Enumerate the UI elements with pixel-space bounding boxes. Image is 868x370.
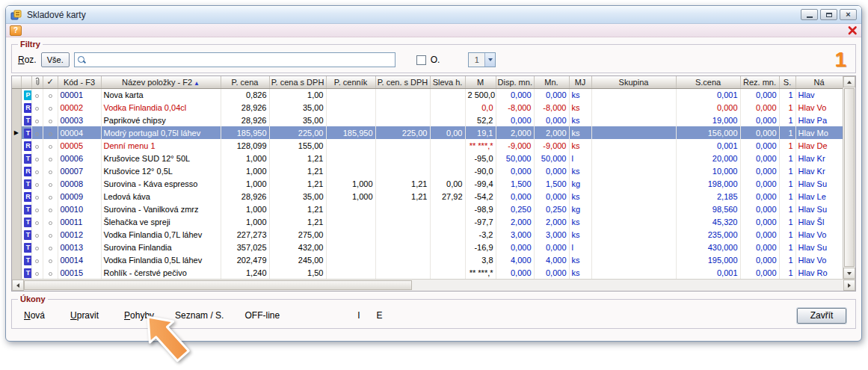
cell-letter[interactable]: T — [21, 203, 31, 215]
cell-letter[interactable]: R — [21, 101, 31, 114]
cell-clip[interactable] — [31, 215, 43, 228]
cell-s[interactable]: 1 — [779, 164, 795, 177]
cell-s[interactable]: 1 — [779, 114, 795, 126]
cell-rez[interactable]: 0,000 — [740, 139, 779, 152]
cell-pcena[interactable]: 202,479 — [221, 253, 269, 266]
cell-sleva[interactable] — [430, 114, 465, 126]
cell-pdph[interactable]: 245,00 — [269, 253, 326, 266]
column-header-na[interactable]: Ná — [795, 76, 843, 88]
cell-pcennik[interactable] — [326, 164, 375, 177]
table-row[interactable]: T00006Krušovice SUD 12° 50L1,0001,21-95,… — [12, 152, 843, 164]
column-header-rez[interactable]: Řez. mn. — [740, 76, 779, 88]
cell-pcdph[interactable] — [375, 203, 430, 215]
cell-pdph[interactable]: 225,00 — [269, 126, 326, 139]
cell-sel[interactable] — [12, 215, 21, 228]
cell-pdph[interactable]: 1,21 — [269, 177, 326, 190]
table-row[interactable]: ▶T00004Modrý portugal 0,75l láhev185,950… — [12, 126, 843, 139]
cell-s[interactable]: 1 — [779, 152, 795, 164]
cell-pcena[interactable]: 1,000 — [221, 203, 269, 215]
cell-sleva[interactable] — [430, 101, 465, 114]
cell-s[interactable]: 1 — [779, 101, 795, 114]
cell-skupina[interactable] — [591, 164, 676, 177]
cell-na[interactable]: Hlav Vo — [795, 253, 843, 266]
column-header-mj[interactable]: MJ — [569, 76, 591, 88]
cell-clip[interactable] — [31, 190, 43, 203]
table-row[interactable]: T00011Šlehačka ve spreji1,0001,21-97,72,… — [12, 215, 843, 228]
cell-mn[interactable]: 0,000 — [534, 266, 569, 279]
cell-rez[interactable]: 0,000 — [740, 228, 779, 241]
table-row[interactable]: T00010Surovina - Vanilková zmrz1,0001,21… — [12, 203, 843, 215]
search-box[interactable] — [74, 52, 395, 67]
cell-pdph[interactable]: 275,00 — [269, 228, 326, 241]
cell-pcena[interactable]: 28,926 — [221, 101, 269, 114]
new-button[interactable]: Nová — [21, 309, 48, 322]
cell-pcennik[interactable] — [326, 152, 375, 164]
cell-s[interactable]: 1 — [779, 215, 795, 228]
cell-kod[interactable]: 00008 — [58, 177, 101, 190]
cell-sleva[interactable] — [430, 88, 465, 101]
cell-pcdph[interactable] — [375, 266, 430, 279]
cell-sleva[interactable] — [430, 139, 465, 152]
cell-mj[interactable]: ks — [569, 164, 591, 177]
horizontal-scroll-thumb[interactable] — [24, 280, 412, 290]
cell-pdph[interactable]: 1,21 — [269, 215, 326, 228]
cell-sel[interactable] — [12, 203, 21, 215]
cell-pcdph[interactable] — [375, 152, 430, 164]
horizontal-scrollbar[interactable] — [12, 279, 855, 291]
cell-nazev[interactable]: Nova karta — [101, 88, 221, 101]
cell-mj[interactable]: kg — [569, 203, 591, 215]
cell-check[interactable] — [43, 228, 58, 241]
grid-scroller[interactable]: ✓Kód - F3Název položky - F2▲P. cenaP. ce… — [12, 76, 843, 279]
cell-pcdph[interactable]: 1,21 — [375, 190, 430, 203]
cell-check[interactable] — [43, 203, 58, 215]
column-header-disp[interactable]: Disp. mn. — [496, 76, 534, 88]
cell-pcdph[interactable] — [375, 88, 430, 101]
cell-na[interactable]: Hlav Pa — [795, 114, 843, 126]
cell-clip[interactable] — [31, 203, 43, 215]
cell-clip[interactable] — [31, 164, 43, 177]
cell-mj[interactable]: ks — [569, 228, 591, 241]
cell-mj[interactable]: ks — [569, 126, 591, 139]
minimize-button[interactable] — [801, 9, 818, 20]
scroll-down-button[interactable] — [843, 268, 855, 279]
cell-disp[interactable]: 4,000 — [496, 253, 534, 266]
cell-pcena[interactable]: 1,240 — [221, 266, 269, 279]
cell-s[interactable]: 1 — [779, 190, 795, 203]
cell-sel[interactable]: ▶ — [12, 126, 21, 139]
cell-na[interactable]: Hlav Le — [795, 190, 843, 203]
cell-rez[interactable]: 0,000 — [740, 88, 779, 101]
cell-pcennik[interactable] — [326, 266, 375, 279]
cell-na[interactable]: Hlav De — [795, 139, 843, 152]
cell-disp[interactable]: 2,000 — [496, 126, 534, 139]
cell-mn[interactable]: 2,000 — [534, 126, 569, 139]
cell-pdph[interactable]: 1,00 — [269, 88, 326, 101]
cell-check[interactable] — [43, 190, 58, 203]
cell-sleva[interactable]: 27,92 — [430, 190, 465, 203]
cell-pcdph[interactable] — [375, 228, 430, 241]
cell-disp[interactable]: 0,000 — [496, 241, 534, 253]
zavrit-button[interactable]: Zavřít — [797, 308, 846, 324]
cell-na[interactable]: Hlav Vo — [795, 228, 843, 241]
cell-m[interactable]: 3,8 — [465, 253, 496, 266]
cell-mj[interactable]: l — [569, 152, 591, 164]
table-row[interactable]: T00003Paprikové chipsy28,92635,0052,20,0… — [12, 114, 843, 126]
cell-clip[interactable] — [31, 253, 43, 266]
cell-sel[interactable] — [12, 139, 21, 152]
cell-sleva[interactable] — [430, 215, 465, 228]
cell-disp[interactable]: -8,000 — [496, 101, 534, 114]
scroll-up-button[interactable] — [843, 76, 855, 87]
cell-kod[interactable]: 00005 — [58, 139, 101, 152]
table-row[interactable]: R00002Vodka Finlandia 0,04cl28,92635,000… — [12, 101, 843, 114]
cell-na[interactable]: Hlav Vo — [795, 101, 843, 114]
cell-disp[interactable]: 0,000 — [496, 266, 534, 279]
cell-clip[interactable] — [31, 114, 43, 126]
cell-nazev[interactable]: Denní menu 1 — [101, 139, 221, 152]
cell-mj[interactable]: ks — [569, 88, 591, 101]
cell-pcennik[interactable]: 1,000 — [326, 177, 375, 190]
cell-disp[interactable]: 0,000 — [496, 190, 534, 203]
cell-check[interactable] — [43, 126, 58, 139]
cell-letter[interactable]: T — [21, 253, 31, 266]
cell-pcena[interactable]: 28,926 — [221, 114, 269, 126]
cell-na[interactable]: Hlav — [795, 88, 843, 101]
cell-mn[interactable]: 0,000 — [534, 88, 569, 101]
